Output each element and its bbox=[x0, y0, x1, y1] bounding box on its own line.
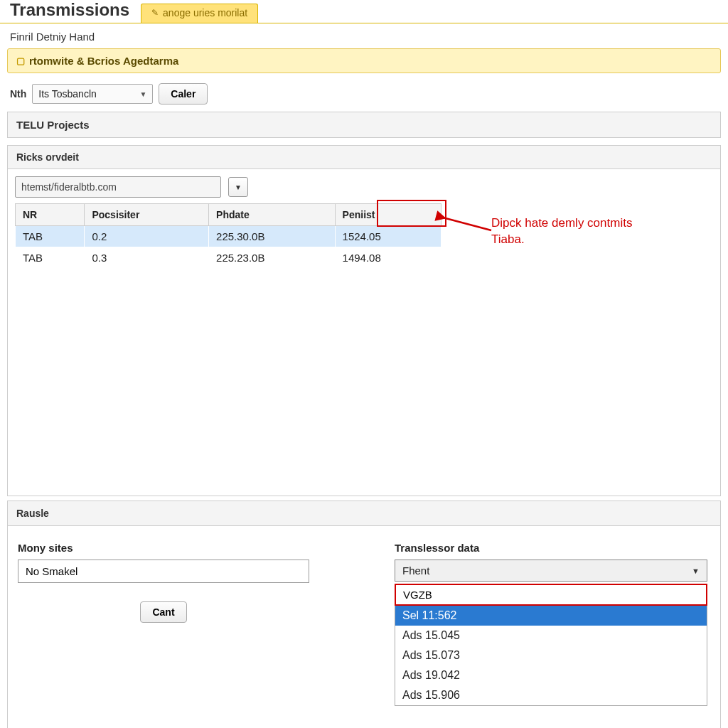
nth-label: Nth bbox=[10, 88, 26, 100]
info-bar: ▢ rtomwite & Bcrios Agedtarma bbox=[7, 48, 721, 73]
tab-icon: ✎ bbox=[151, 8, 159, 18]
col-nr[interactable]: NR bbox=[16, 204, 85, 226]
cant-button[interactable]: Cant bbox=[140, 601, 186, 623]
table-row[interactable]: TAB 0.2 225.30.0B 1524.05 bbox=[16, 226, 441, 247]
cell-ph: 225.23.0B bbox=[209, 247, 336, 269]
cell-poc: 0.2 bbox=[85, 226, 209, 247]
mony-sites-label: Mony sites bbox=[18, 542, 309, 554]
translessor-option[interactable]: Ads 15.045 bbox=[395, 626, 707, 646]
info-bar-text: rtomwite & Bcrios Agedtarma bbox=[29, 55, 178, 67]
translessor-option[interactable]: Ads 15.906 bbox=[395, 685, 707, 705]
cell-pen: 1524.05 bbox=[335, 226, 441, 247]
cell-poc: 0.3 bbox=[85, 247, 209, 269]
panel-rausle-body: Mony sites Cant Translessor data Fhent ▼… bbox=[7, 526, 721, 728]
translessor-search-input[interactable] bbox=[395, 584, 707, 606]
translessor-option[interactable]: Sel 11:562 bbox=[395, 606, 707, 626]
table-row[interactable]: TAB 0.3 225.23.0B 1494.08 bbox=[16, 247, 441, 269]
translessor-option[interactable]: Ads 19.042 bbox=[395, 665, 707, 685]
cell-nr: TAB bbox=[16, 226, 85, 247]
info-bar-icon: ▢ bbox=[16, 55, 25, 66]
chevron-down-icon: ▼ bbox=[235, 183, 242, 191]
translessor-options-list: Sel 11:562 Ads 15.045 Ads 15.073 Ads 19.… bbox=[395, 606, 707, 706]
panel-projects-header: TELU Projects bbox=[7, 112, 721, 138]
translessor-option[interactable]: Ads 15.073 bbox=[395, 646, 707, 665]
panel-rausle-header: Rausle bbox=[7, 500, 721, 526]
nth-select[interactable]: Its Tosbancln ▼ bbox=[32, 84, 153, 104]
col-pocsisiter[interactable]: Pocsisiter bbox=[85, 204, 209, 226]
translessor-select[interactable]: Fhent ▼ bbox=[395, 560, 707, 582]
tab-active-label: anoge uries morilat bbox=[163, 7, 247, 18]
annotation-arrow-icon bbox=[434, 208, 498, 236]
col-phdate[interactable]: Phdate bbox=[209, 204, 336, 226]
panel-ricks-body: ▼ NR Pocsisiter Phdate Peniist TAB 0.2 2… bbox=[7, 169, 721, 496]
cell-nr: TAB bbox=[16, 247, 85, 269]
translessor-select-value: Fhent bbox=[402, 564, 429, 577]
translessor-label: Translessor data bbox=[395, 542, 707, 554]
cell-ph: 225.30.0B bbox=[209, 226, 336, 247]
cell-pen: 1494.08 bbox=[335, 247, 441, 269]
caler-button[interactable]: Caler bbox=[159, 83, 208, 105]
filter-input[interactable] bbox=[15, 176, 221, 198]
subtitle: Finril Detniy Hand bbox=[0, 23, 728, 48]
col-peniist[interactable]: Peniist bbox=[335, 204, 441, 226]
nth-select-value: Its Tosbancln bbox=[38, 88, 96, 100]
chevron-down-icon: ▼ bbox=[139, 90, 146, 98]
chevron-down-icon: ▼ bbox=[692, 567, 700, 575]
mony-sites-input[interactable] bbox=[18, 560, 309, 583]
svg-line-0 bbox=[443, 218, 491, 230]
page-title: Transmissions bbox=[0, 0, 139, 23]
data-table: NR Pocsisiter Phdate Peniist TAB 0.2 225… bbox=[15, 203, 441, 269]
filter-dropdown-button[interactable]: ▼ bbox=[228, 177, 248, 197]
panel-ricks-header: Ricks orvdeit bbox=[7, 145, 721, 169]
annotation-text: Dipck hate demly contmits Tiaba. bbox=[491, 215, 632, 248]
tab-active[interactable]: ✎ anoge uries morilat bbox=[141, 4, 258, 23]
